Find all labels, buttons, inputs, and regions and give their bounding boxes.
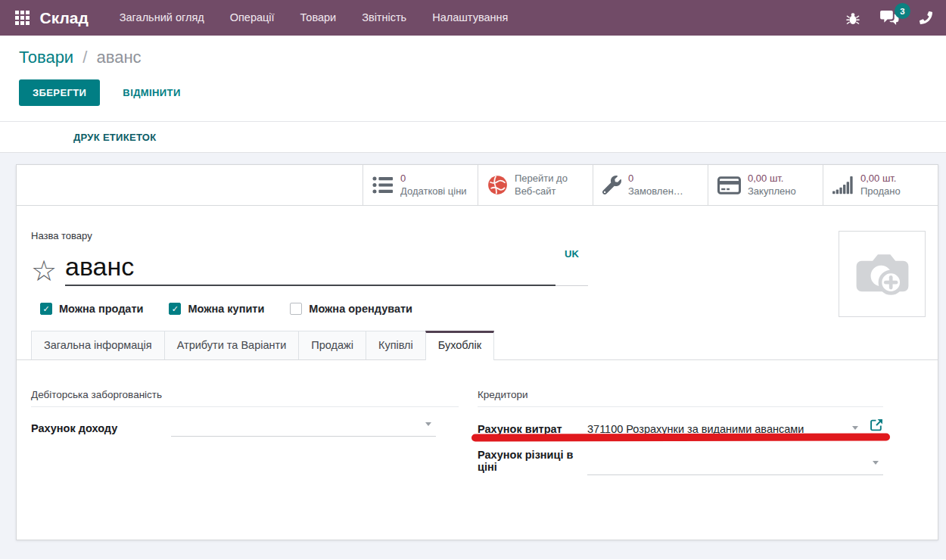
payables-column: Кредитори Рахунок витрат 371100 Розрахун… <box>478 389 883 475</box>
globe-icon <box>487 175 508 195</box>
stat-value: 0 <box>628 173 683 185</box>
stat-value: 0,00 шт. <box>860 173 901 185</box>
stat-label: Продано <box>860 185 901 198</box>
stat-button-ordered[interactable]: 0 Замовлен… <box>593 165 708 205</box>
income-account-label: Рахунок доходу <box>31 422 171 437</box>
product-form-sheet: 0 Додаткові ціни Перейти <box>16 164 938 540</box>
chevron-down-icon[interactable] <box>425 422 431 426</box>
nav-item-reporting[interactable]: Звітність <box>349 0 419 36</box>
stat-value: 0 <box>400 173 467 185</box>
income-account-field: Рахунок доходу <box>31 418 459 437</box>
income-account-input[interactable] <box>171 418 436 437</box>
receivables-section-title: Дебіторська заборгованість <box>31 389 459 407</box>
product-title-row: ☆ аванс UK <box>31 241 592 286</box>
nav-item-settings[interactable]: Налаштування <box>419 0 521 36</box>
breadcrumb-products-link[interactable]: Товари <box>19 48 73 67</box>
stat-button-row: 0 Додаткові ціни Перейти <box>17 165 938 206</box>
wrench-icon <box>602 176 621 194</box>
favorite-star-icon[interactable]: ☆ <box>31 256 65 286</box>
chat-icon[interactable]: 3 <box>880 10 899 26</box>
checkbox-can-be-rented[interactable]: Можна орендувати <box>290 303 412 315</box>
tab-purchase[interactable]: Купівлі <box>366 331 426 359</box>
checkbox-can-be-purchased[interactable]: ✓ Можна купити <box>169 303 264 315</box>
product-image-upload[interactable] <box>839 231 926 317</box>
stat-button-sold[interactable]: 0,00 шт. Продано <box>823 165 938 205</box>
checkbox-icon <box>290 303 302 315</box>
app-brand[interactable]: Склад <box>40 9 89 27</box>
control-panel: Товари / аванс ЗБЕРЕГТИ ВІДМІНИТИ <box>0 36 946 122</box>
stat-label: Додаткові ціни <box>400 185 467 198</box>
highlight-marker-underline <box>471 433 890 441</box>
stat-label: Замовлен… <box>628 185 683 198</box>
discard-button[interactable]: ВІДМІНИТИ <box>123 87 180 98</box>
product-name-input[interactable]: аванс <box>65 250 555 286</box>
language-tag[interactable]: UK <box>565 248 579 285</box>
accounting-panel: Дебіторська заборгованість Рахунок доход… <box>17 360 938 475</box>
nav-item-overview[interactable]: Загальний огляд <box>107 0 217 36</box>
translate-field: UK <box>555 247 588 286</box>
bug-icon[interactable] <box>846 11 860 25</box>
bar-chart-icon <box>832 176 854 195</box>
price-difference-account-field: Рахунок різниці в ціні <box>478 449 883 475</box>
stat-label: Веб-сайт <box>515 185 568 198</box>
stat-value: Перейти до <box>515 173 568 185</box>
notebook-tabs: Загальна інформація Атрибути та Варіанти… <box>17 331 938 360</box>
stat-button-website[interactable]: Перейти до Веб-сайт <box>478 165 593 205</box>
breadcrumb-separator: / <box>82 48 87 67</box>
product-type-checkboxes: ✓ Можна продати ✓ Можна купити Можна оре… <box>40 303 938 315</box>
action-bar: ДРУК ЕТИКЕТОК <box>0 122 946 153</box>
chevron-down-icon[interactable] <box>852 426 858 430</box>
apps-grid-icon[interactable] <box>15 11 30 25</box>
checkbox-can-be-sold[interactable]: ✓ Можна продати <box>40 303 143 315</box>
chat-unread-badge: 3 <box>895 3 910 19</box>
checkbox-icon: ✓ <box>40 303 52 315</box>
top-navbar: Склад Загальний огляд Операції Товари Зв… <box>0 0 946 36</box>
breadcrumb: Товари / аванс <box>19 48 946 67</box>
external-link-icon[interactable] <box>870 418 883 434</box>
checkbox-icon: ✓ <box>169 303 181 315</box>
chevron-down-icon[interactable] <box>873 461 879 465</box>
receivables-column: Дебіторська заборгованість Рахунок доход… <box>31 389 459 475</box>
list-icon <box>372 176 394 194</box>
price-difference-input[interactable] <box>587 457 883 475</box>
payables-section-title: Кредитори <box>478 389 883 407</box>
price-difference-label: Рахунок різниці в ціні <box>478 449 587 475</box>
tab-accounting[interactable]: Бухоблік <box>425 331 494 360</box>
camera-plus-icon <box>850 241 915 306</box>
stat-label: Закуплено <box>748 185 796 198</box>
print-labels-button[interactable]: ДРУК ЕТИКЕТОК <box>73 132 157 143</box>
save-button[interactable]: ЗБЕРЕГТИ <box>19 79 100 106</box>
breadcrumb-current: аванс <box>97 48 142 67</box>
nav-item-products[interactable]: Товари <box>288 0 350 36</box>
stat-button-purchased[interactable]: 0,00 шт. Закуплено <box>708 165 823 205</box>
content-area: 0 Додаткові ціни Перейти <box>0 153 946 559</box>
tab-attributes-variants[interactable]: Атрибути та Варіанти <box>164 331 300 359</box>
stat-value: 0,00 шт. <box>748 173 796 185</box>
credit-card-icon <box>717 176 741 194</box>
phone-icon[interactable] <box>920 11 932 24</box>
nav-item-operations[interactable]: Операції <box>217 0 288 36</box>
stat-button-extra-prices[interactable]: 0 Додаткові ціни <box>363 165 478 205</box>
tab-general-information[interactable]: Загальна інформація <box>31 331 165 359</box>
tab-sales[interactable]: Продажі <box>298 331 366 359</box>
product-name-value: аванс <box>65 250 555 285</box>
product-name-label: Назва товару <box>31 230 938 241</box>
